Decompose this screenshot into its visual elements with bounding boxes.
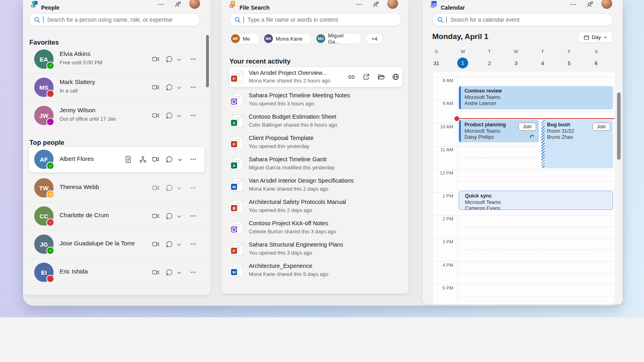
people-search-input[interactable]: [46, 16, 195, 23]
share-people-icon[interactable]: [586, 0, 594, 8]
open-folder-icon[interactable]: [377, 73, 385, 81]
avatar: CC–: [34, 206, 54, 226]
video-call-icon[interactable]: [152, 240, 160, 248]
video-call-icon[interactable]: [152, 111, 160, 119]
chat-icon[interactable]: [165, 212, 173, 220]
person-row[interactable]: MS Mark Slattery In a call: [23, 73, 211, 101]
document-icon[interactable]: [124, 155, 132, 163]
file-meta: Mona Kane shared this 2 hours ago: [249, 78, 330, 84]
date-cell[interactable]: 2: [481, 60, 497, 66]
person-row-highlighted[interactable]: AF✓ Albert Flores: [29, 147, 204, 172]
date-cell[interactable]: 5: [561, 60, 577, 66]
more-people-chip[interactable]: +4: [365, 33, 383, 44]
video-call-icon[interactable]: [152, 155, 160, 163]
share-icon[interactable]: [362, 73, 370, 81]
file-row[interactable]: W Architecture_Experience Mona Kane shar…: [221, 260, 409, 281]
video-call-icon[interactable]: [152, 55, 160, 63]
presence-out-of-office-icon: ←: [46, 118, 54, 126]
calendar-event[interactable]: Contoso review Microsoft Teams Andre Law…: [459, 86, 613, 109]
file-row[interactable]: W Van Arsdel Interior Design Specificati…: [221, 175, 409, 196]
scrollbar[interactable]: [617, 93, 621, 160]
person-row[interactable]: JW← Jenny Wilson Out of office until 17 …: [23, 101, 211, 130]
person-row[interactable]: JG✓ Jose Guadalupe De la Torre: [23, 230, 211, 258]
join-button[interactable]: Join: [518, 123, 536, 131]
day-grid[interactable]: 8 AM 9 AM 10 AM 11 AM 12 PM 1 PM 2 PM 3 …: [433, 72, 615, 304]
more-options-button[interactable]: [157, 0, 165, 8]
org-chart-icon[interactable]: [139, 155, 147, 163]
person-row[interactable]: TW Theresa Webb: [23, 174, 211, 202]
chat-icon[interactable]: [165, 184, 173, 192]
avatar: AF✓: [34, 150, 54, 169]
file-row[interactable]: X Contoso Budget Estimation Sheet Colin …: [221, 111, 409, 132]
copy-link-icon[interactable]: [347, 73, 355, 81]
more-options-icon[interactable]: [189, 55, 197, 63]
person-name: Charlotte de Crum: [60, 212, 109, 218]
person-row[interactable]: EI Eric Ishida: [23, 258, 211, 286]
more-options-icon[interactable]: [189, 268, 197, 276]
more-options-icon[interactable]: [189, 155, 197, 163]
file-row[interactable]: X Sahara Project Timeline Gantt Miguel G…: [221, 153, 409, 175]
chat-icon[interactable]: [165, 268, 173, 276]
person-filter-chip[interactable]: MK Mona Kane: [262, 33, 312, 44]
more-options-icon[interactable]: [189, 111, 197, 119]
chat-icon[interactable]: [165, 240, 173, 248]
scrollbar[interactable]: [206, 35, 209, 87]
chevron-down-icon[interactable]: [176, 214, 182, 219]
panel-title: People: [41, 4, 60, 11]
more-options-button[interactable]: [355, 0, 363, 8]
recurring-icon: [529, 134, 535, 140]
chevron-down-icon[interactable]: [177, 157, 183, 162]
file-search-input[interactable]: [247, 16, 396, 23]
chevron-down-icon[interactable]: [176, 185, 182, 191]
user-avatar[interactable]: [387, 0, 398, 9]
video-call-icon[interactable]: [152, 184, 160, 192]
chevron-down-icon[interactable]: [176, 270, 182, 276]
globe-icon[interactable]: [392, 73, 400, 81]
calendar-event[interactable]: Product planning Microsoft Teams Daisy P…: [459, 120, 539, 142]
panel-title: File Search: [239, 4, 270, 11]
chat-icon[interactable]: [165, 155, 173, 163]
join-button[interactable]: Join: [592, 123, 610, 131]
more-options-icon[interactable]: [189, 83, 197, 91]
calendar-event-tentative[interactable]: Bug bush Room 31/32 Bruno Zhao Join: [541, 120, 613, 168]
person-row[interactable]: CC– Charlotte de Crum: [23, 202, 211, 230]
share-people-icon[interactable]: [372, 0, 380, 8]
calendar-search-input[interactable]: [450, 16, 608, 23]
chat-icon[interactable]: [165, 55, 173, 63]
file-row[interactable]: ≣ Architectural Safety Protocols Manual …: [221, 196, 409, 217]
file-row[interactable]: P Sahara Structural Engineering Plans Yo…: [221, 239, 409, 260]
date-cell[interactable]: 6: [588, 60, 604, 66]
chevron-down-icon[interactable]: [176, 242, 182, 247]
view-selector-button[interactable]: Day: [578, 32, 613, 43]
more-options-icon[interactable]: [189, 240, 197, 248]
chat-icon[interactable]: [165, 111, 173, 119]
more-options-icon[interactable]: [189, 184, 197, 192]
video-call-icon[interactable]: [152, 83, 160, 91]
more-options-icon[interactable]: [189, 212, 197, 220]
user-avatar[interactable]: [189, 0, 200, 9]
file-row[interactable]: Sahara Project Timeline Meeting Notes Yo…: [221, 89, 409, 111]
file-row[interactable]: P Client Proposal Template You opened th…: [221, 132, 409, 153]
person-row[interactable]: EA✓ Elvia Atkins Free until 3:00 PM: [23, 45, 211, 73]
person-filter-chip[interactable]: MG Miguel Ga...: [315, 33, 361, 44]
date-cell[interactable]: 4: [535, 60, 551, 66]
manual-file-icon: ≣: [233, 200, 243, 213]
chevron-down-icon[interactable]: [176, 113, 182, 119]
chevron-down-icon[interactable]: [176, 57, 182, 62]
date-cell-selected[interactable]: 1: [457, 58, 468, 68]
calendar-event-free[interactable]: Quick sync Microsoft Teams Cameron Evans: [459, 191, 613, 210]
file-row-highlighted[interactable]: P Van Arsdel Project Overview... Mona Ka…: [229, 67, 402, 87]
video-call-icon[interactable]: [152, 268, 160, 276]
more-options-button[interactable]: [569, 0, 578, 8]
video-call-icon[interactable]: [152, 212, 160, 220]
share-people-icon[interactable]: [173, 0, 182, 8]
date-cell[interactable]: 3: [508, 60, 524, 66]
presence-busy-icon: [46, 275, 54, 283]
chevron-down-icon[interactable]: [176, 85, 182, 90]
section-heading-recent-activity: Your recent activity: [229, 58, 291, 65]
file-row[interactable]: Contoso Project Kick-off Notes Celeste B…: [221, 217, 409, 239]
person-filter-chip[interactable]: ME Me: [229, 33, 260, 44]
chat-icon[interactable]: [165, 83, 173, 91]
date-cell[interactable]: 31: [428, 60, 444, 66]
user-avatar[interactable]: [601, 0, 612, 9]
